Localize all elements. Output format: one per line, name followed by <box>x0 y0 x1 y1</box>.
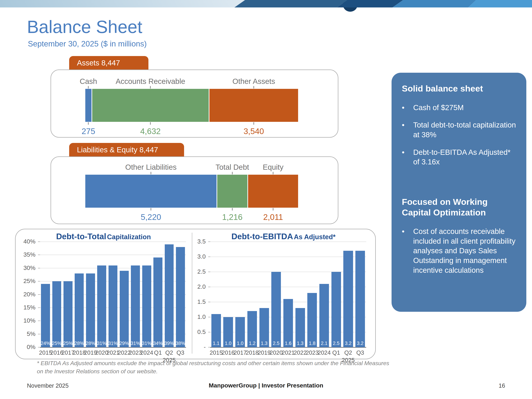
bar: 31% <box>142 266 151 347</box>
bullet-ebitda: • Debt-to-EBITDA As Adjusted* of 3.16x <box>402 147 518 167</box>
tick-mark <box>150 122 151 125</box>
bar-value-label: 31% <box>108 341 118 346</box>
footer-page-number: 16 <box>489 382 514 389</box>
tick-mark <box>150 86 151 89</box>
tick-mark <box>151 172 151 174</box>
y-axis-tick <box>38 281 40 281</box>
y-axis-tick <box>38 241 40 242</box>
bar-value-label: 31% <box>97 341 107 346</box>
top-decor-band <box>0 0 532 14</box>
slide: Balance Sheet September 30, 2025 ($ in m… <box>0 0 532 399</box>
y-axis-tick <box>38 294 40 295</box>
sidebar-heading-balance: Solid balance sheet <box>402 83 518 94</box>
bar: 31% <box>97 266 106 347</box>
y-axis-tick <box>38 321 40 321</box>
segment-value: 5,220 <box>141 212 161 222</box>
y-axis-label: 35% <box>13 251 35 258</box>
segment-value: 1,216 <box>222 212 242 222</box>
tick-mark <box>273 172 273 174</box>
y-axis-tick <box>38 308 40 308</box>
liabilities-equity-tab: Liabilities & Equity 8,447 <box>69 143 184 157</box>
bar-value-label: 3.2 <box>345 341 352 346</box>
highlights-sidebar: Solid balance sheet • Cash of $275M • To… <box>392 73 526 312</box>
bar-value-label: 1.3 <box>261 341 268 346</box>
tick-mark <box>273 208 273 210</box>
y-axis-label: 0.5 <box>184 329 206 335</box>
bullet-text: Total debt-to-total capitalization at 38… <box>413 120 518 139</box>
bar: 31% <box>108 266 118 347</box>
bar: 31% <box>131 266 140 347</box>
bullet-text: Cost of accounts receivable included in … <box>413 227 518 275</box>
bar-value-label: 28% <box>86 341 95 346</box>
assets-box: Cash275Accounts Receivable4,632Other Ass… <box>51 70 338 138</box>
y-axis-label: 40% <box>13 238 35 245</box>
bar-value-label: 31% <box>142 341 152 346</box>
y-axis-tick <box>208 332 210 332</box>
liabilities-equity-box: Other Liabilities5,220Total Debt1,216Equ… <box>51 156 338 224</box>
bar-segment <box>92 89 209 122</box>
segment-value: 3,540 <box>243 127 264 136</box>
y-axis-label: 0% <box>13 343 35 350</box>
y-axis-tick <box>208 272 210 272</box>
bar-value-label: 1.8 <box>309 341 316 346</box>
stacked-bar <box>85 89 299 122</box>
bar-segment <box>217 175 247 208</box>
y-axis-label: 15% <box>13 304 35 311</box>
segment-label: Cash <box>80 77 97 86</box>
bar: 1.2 <box>247 311 257 347</box>
bullet-text: Debt-to-EBITDA As Adjusted* of 3.16x <box>413 147 518 167</box>
bullet-text: Cash of $275M <box>413 103 518 113</box>
y-axis-tick <box>208 347 210 347</box>
liabilities-stacked-bar: Other Liabilities5,220Total Debt1,216Equ… <box>51 157 338 224</box>
bar: 29% <box>120 271 129 347</box>
bullet-dot: • <box>402 147 413 167</box>
debt-to-ebitda-chart: Debt-to-EBITDA As Adjusted* 1.11.01.01.2… <box>192 229 375 358</box>
y-axis-tick <box>208 317 210 317</box>
bar: 1.0 <box>223 317 233 347</box>
bar-value-label: 2.5 <box>273 341 280 346</box>
bar-value-label: 3.2 <box>357 341 364 346</box>
bar-value-label: 28% <box>75 341 84 346</box>
bar: 25% <box>52 281 61 347</box>
bar: 2.5 <box>271 272 281 347</box>
bar: 39% <box>165 244 174 347</box>
bar-value-label: 1.2 <box>249 341 255 346</box>
segment-label: Other Assets <box>233 77 275 86</box>
y-axis-label: 2.5 <box>184 268 206 275</box>
bar-segment <box>85 175 216 208</box>
bar-segment <box>248 175 298 208</box>
y-axis-label: 5% <box>13 330 35 337</box>
gridline <box>210 272 366 272</box>
bar: 2.5 <box>331 272 341 347</box>
segment-label: Accounts Receivable <box>116 77 185 86</box>
bar: 2.1 <box>319 284 329 347</box>
y-axis-tick <box>208 287 210 287</box>
bar: 25% <box>63 281 73 347</box>
gridline <box>40 241 186 242</box>
tick-mark <box>151 208 151 210</box>
bar-value-label: 25% <box>63 341 73 346</box>
bar-value-label: 2.5 <box>333 341 340 346</box>
bar: 34% <box>153 258 162 347</box>
tick-mark <box>88 86 89 89</box>
bar: 1.0 <box>235 317 245 347</box>
bar-value-label: 1.3 <box>297 341 304 346</box>
y-axis-label: 1.0 <box>184 313 206 320</box>
tick-mark <box>88 122 89 125</box>
bar-value-label: 1.0 <box>225 341 232 346</box>
segment-label: Equity <box>263 163 284 171</box>
page-subtitle: September 30, 2025 ($ in millions) <box>28 39 147 48</box>
y-axis-label: 20% <box>13 291 35 298</box>
y-axis-tick <box>208 257 210 257</box>
chart-title-main: Debt-to-Total <box>56 232 106 241</box>
chart-title: Debt-to-EBITDA As Adjusted* <box>192 232 375 241</box>
y-axis-label: - <box>184 343 206 350</box>
bar-value-label: 25% <box>52 341 62 346</box>
bar: 1.3 <box>260 308 269 347</box>
bar: 1.6 <box>283 299 293 347</box>
y-axis-label: 3.0 <box>184 253 206 260</box>
bullet-capitalization: • Total debt-to-total capitalization at … <box>402 120 518 139</box>
y-axis-label: 3.5 <box>184 238 206 245</box>
sidebar-heading-working-capital: Focused on Working Capital Optimization <box>402 197 518 218</box>
y-axis-label: 1.5 <box>184 298 206 305</box>
